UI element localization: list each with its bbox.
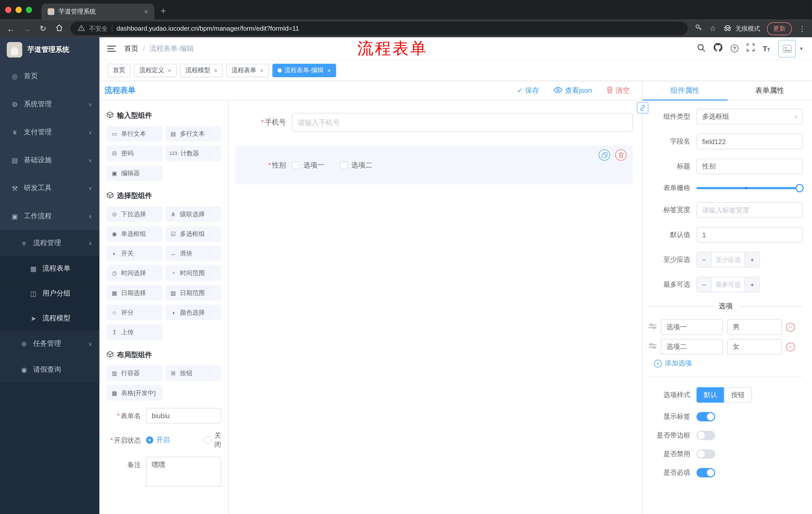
min-select-value[interactable]: 至少应选 bbox=[712, 252, 745, 267]
palette-item-radio-group[interactable]: ◉ 单选框组 bbox=[107, 226, 163, 242]
form-canvas[interactable]: *手机号 *性别 选项一 bbox=[229, 101, 642, 514]
palette-item-time-range[interactable]: ◔ 时间范围 bbox=[166, 265, 221, 281]
palette-item-rate[interactable]: ☆ 评分 bbox=[107, 305, 163, 320]
close-icon[interactable]: × bbox=[260, 66, 264, 74]
gender-option-2-checkbox[interactable]: 选项二 bbox=[340, 161, 372, 170]
palette-item-time-picker[interactable]: ◷ 时间选择 bbox=[107, 265, 163, 281]
palette-item-multi-line-text[interactable]: ▤ 多行文本 bbox=[166, 126, 221, 141]
tab-form-props[interactable]: 表单属性 bbox=[727, 81, 812, 100]
label-width-input[interactable] bbox=[696, 202, 803, 218]
close-window-button[interactable] bbox=[5, 7, 11, 13]
phone-input[interactable] bbox=[292, 113, 633, 132]
sidebar-item-task-management[interactable]: ⊚ 任务管理 ∨ bbox=[0, 331, 99, 357]
delete-widget-button[interactable] bbox=[615, 150, 627, 161]
sidebar-item-process-model[interactable]: ➤ 流程模型 bbox=[0, 306, 99, 331]
disabled-switch[interactable] bbox=[696, 450, 715, 459]
component-type-select[interactable]: 多选框组 ∨ bbox=[696, 109, 803, 125]
sidebar-item-payment[interactable]: ¥ 支付管理 ∨ bbox=[0, 118, 99, 146]
border-switch[interactable] bbox=[696, 431, 715, 440]
sidebar-item-home[interactable]: ◎ 首页 bbox=[0, 62, 99, 90]
increase-button[interactable]: + bbox=[745, 277, 759, 292]
decrease-button[interactable]: − bbox=[697, 252, 712, 267]
palette-item-color-picker[interactable]: ◑ 颜色选择 bbox=[166, 305, 221, 320]
sidebar-item-process-management[interactable]: ≡ 流程管理 ∧ bbox=[0, 230, 99, 256]
remove-option-button[interactable]: − bbox=[786, 323, 795, 331]
tab-component-props[interactable]: 组件属性 bbox=[643, 81, 727, 100]
hamburger-icon[interactable] bbox=[107, 45, 116, 52]
tag-process-form-edit[interactable]: 流程表单-编辑 × bbox=[272, 63, 336, 77]
tag-process-form[interactable]: 流程表单 × bbox=[226, 63, 269, 77]
caret-down-icon[interactable]: ▾ bbox=[800, 46, 803, 51]
gender-option-1-checkbox[interactable]: 选项一 bbox=[292, 161, 325, 170]
palette-item-cascader[interactable]: ⋔ 级联选择 bbox=[166, 206, 221, 222]
show-label-switch[interactable] bbox=[696, 412, 715, 422]
new-tab-button[interactable]: + bbox=[161, 6, 166, 17]
palette-item-upload[interactable]: ↥ 上传 bbox=[107, 324, 163, 340]
palette-item-counter[interactable]: 123 计数器 bbox=[166, 145, 221, 161]
password-key-icon[interactable] bbox=[694, 23, 702, 34]
zoom-window-button[interactable] bbox=[26, 7, 32, 13]
selected-widget-gender[interactable]: *性别 选项一 选项二 bbox=[235, 145, 633, 185]
forward-icon[interactable]: → bbox=[22, 24, 32, 33]
address-bar[interactable]: 不安全 dashboard.yudao.iocoder.cn/bpm/manag… bbox=[70, 22, 687, 35]
palette-item-row-container[interactable]: ▥ 行容器 bbox=[107, 366, 163, 381]
phone-field-row[interactable]: *手机号 bbox=[235, 113, 633, 132]
status-on-radio[interactable]: 开启 bbox=[146, 435, 193, 444]
increase-button[interactable]: + bbox=[745, 252, 759, 267]
option-label-input-1[interactable] bbox=[661, 319, 723, 335]
close-icon[interactable]: × bbox=[168, 66, 171, 74]
minimize-window-button[interactable] bbox=[16, 7, 22, 13]
url-text[interactable]: dashboard.yudao.iocoder.cn/bpm/manager/f… bbox=[117, 25, 299, 32]
default-style-button[interactable]: 默认 bbox=[696, 387, 724, 403]
close-icon[interactable]: × bbox=[214, 66, 217, 74]
field-name-input[interactable] bbox=[696, 134, 803, 150]
view-json-button[interactable]: 查看json bbox=[554, 86, 592, 95]
font-size-icon[interactable]: TT bbox=[763, 44, 770, 53]
sidebar-item-workflow[interactable]: ▣ 工作流程 ∧ bbox=[0, 202, 99, 230]
palette-item-single-line-text[interactable]: ▭ 单行文本 bbox=[107, 126, 163, 141]
sidebar-logo[interactable]: 芋道管理系统 bbox=[0, 37, 99, 62]
required-switch[interactable] bbox=[696, 468, 715, 477]
clear-button[interactable]: 清空 bbox=[607, 86, 630, 95]
help-icon[interactable]: ? bbox=[731, 45, 738, 52]
slider-handle[interactable] bbox=[795, 184, 804, 192]
tag-home[interactable]: 首页 bbox=[108, 63, 130, 77]
max-select-value[interactable]: 最多可选 bbox=[712, 277, 745, 292]
option-label-input-2[interactable] bbox=[661, 339, 723, 355]
bookmark-star-icon[interactable]: ☆ bbox=[709, 24, 716, 33]
add-option-button[interactable]: + 添加选项 bbox=[654, 359, 803, 368]
update-button[interactable]: 更新 bbox=[767, 22, 792, 35]
sidebar-item-devtools[interactable]: ⚒ 研发工具 ∨ bbox=[0, 174, 99, 202]
option-value-input-1[interactable] bbox=[727, 319, 782, 335]
tag-process-model[interactable]: 流程模型 × bbox=[180, 63, 223, 77]
palette-item-date-picker[interactable]: ▦ 日期选择 bbox=[107, 285, 163, 301]
title-input[interactable] bbox=[696, 159, 803, 174]
sidebar-item-infrastructure[interactable]: ▤ 基础设施 ∨ bbox=[0, 146, 99, 174]
palette-item-date-range[interactable]: ▧ 日期范围 bbox=[166, 285, 221, 301]
breadcrumb-home[interactable]: 首页 bbox=[124, 44, 139, 53]
palette-item-editor[interactable]: ▣ 编辑器 bbox=[107, 165, 163, 181]
remove-option-button[interactable]: − bbox=[786, 342, 795, 351]
palette-item-slider[interactable]: ↔ 滑块 bbox=[166, 246, 221, 261]
palette-item-password[interactable]: ⊟ 密码 bbox=[107, 145, 163, 161]
copy-widget-button[interactable] bbox=[599, 150, 610, 161]
sidebar-item-process-form[interactable]: ▦ 流程表单 bbox=[0, 256, 99, 281]
decrease-button[interactable]: − bbox=[697, 277, 712, 292]
link-icon[interactable] bbox=[637, 102, 648, 113]
form-grid-slider[interactable] bbox=[696, 187, 800, 189]
palette-item-button[interactable]: ⊞ 按钮 bbox=[166, 366, 221, 381]
remark-textarea[interactable]: 嘿嘿 bbox=[146, 457, 221, 487]
palette-item-table[interactable]: ▩ 表格[开发中] bbox=[107, 385, 163, 401]
button-style-button[interactable]: 按钮 bbox=[724, 387, 752, 403]
palette-item-switch[interactable]: ◐ 开关 bbox=[107, 246, 163, 261]
back-icon[interactable]: ← bbox=[6, 24, 16, 33]
fullscreen-icon[interactable] bbox=[747, 44, 754, 53]
home-icon[interactable] bbox=[54, 24, 63, 33]
browser-menu-icon[interactable]: ⋮ bbox=[799, 24, 806, 33]
drag-handle-icon[interactable] bbox=[649, 322, 657, 332]
security-label[interactable]: 不安全 bbox=[89, 24, 108, 33]
close-icon[interactable]: × bbox=[327, 66, 331, 74]
browser-tab[interactable]: 芋道管理系统 × bbox=[41, 3, 154, 20]
status-off-radio[interactable]: 关闭 bbox=[204, 431, 221, 450]
search-icon[interactable] bbox=[697, 43, 705, 54]
